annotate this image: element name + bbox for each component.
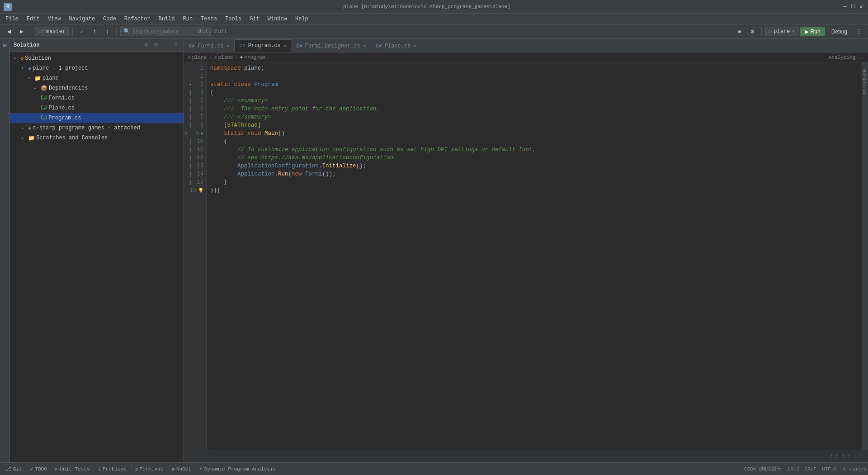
menu-help[interactable]: Help (292, 15, 312, 23)
tree-item-csharp-games[interactable]: ▸ ◈ c-sharp_programe_games · attached (10, 123, 184, 133)
debug-button[interactable]: Debug (827, 27, 852, 36)
problems-tool-item[interactable]: ⚠ Problems (94, 465, 130, 473)
bulb-icon[interactable]: 💡 (198, 188, 203, 193)
todo-tool-item[interactable]: ✓ TODO (27, 465, 51, 473)
toolbar-extra-btn[interactable]: ≡ (734, 26, 745, 37)
scratches-icon: 📁 (28, 135, 35, 142)
tree-item-programcs[interactable]: ▸ C# Program.cs (10, 113, 184, 123)
commit-button[interactable]: ✓ (76, 26, 87, 37)
forward-button[interactable]: ▶ (16, 26, 27, 37)
panel-gear-btn[interactable]: ≡ (172, 41, 180, 49)
tree-item-plane-folder[interactable]: ▾ 📁 plane (10, 73, 184, 83)
git-tool-item[interactable]: ⎇ Git (2, 465, 26, 473)
breadcrumb-plane1[interactable]: ◇ plane (188, 54, 207, 60)
line-num-12: 12 (194, 155, 203, 161)
breadcrumb-program-icon: ● (240, 55, 243, 60)
panel-collapse-btn[interactable]: ─ (162, 41, 170, 49)
close-tab-planecs[interactable]: ✕ (413, 43, 416, 49)
close-tab-programcs[interactable]: ✕ (283, 43, 287, 49)
expand-icon-plane: ▾ (21, 66, 27, 71)
toolbar: ◀ ▶ ⎇ master ✓ ↑ ↓ 🔍 Shift+Shift ≡ ⚙ ▷ p… (0, 24, 868, 39)
no-expand-plane: ▸ (34, 105, 39, 111)
breadcrumb-plane1-icon: ◇ (188, 54, 191, 60)
menu-file[interactable]: File (2, 15, 22, 23)
pull-button[interactable]: ↓ (102, 26, 113, 37)
close-tab-designer[interactable]: ✕ (363, 43, 366, 49)
tree-item-scratches[interactable]: ▸ 📁 Scratches and Consoles (10, 133, 184, 143)
panel-settings-btn[interactable]: ⚙ (142, 41, 150, 49)
menu-view[interactable]: View (44, 15, 65, 23)
fold-icon-3: ▾ (188, 82, 193, 87)
line-ending[interactable]: CRLF (805, 466, 816, 472)
line-num-row-1: 1 (184, 64, 206, 72)
minimize-button[interactable]: ─ (842, 4, 848, 10)
toolbar-settings-btn[interactable]: ⚙ (747, 26, 758, 37)
line-num-4: 4 (194, 90, 203, 96)
line-num-row-15: │ 15 (184, 178, 206, 186)
structure-label[interactable]: Structure (862, 66, 868, 98)
line-num-7: 7 (194, 114, 203, 120)
app-icon: R (4, 3, 12, 11)
no-expand: ▸ (34, 95, 39, 101)
run-button[interactable]: ▶ Run (800, 27, 825, 36)
menu-refactor[interactable]: Refactor (121, 15, 154, 23)
planecs-label: Plane.cs (48, 105, 75, 111)
breadcrumb-plane2[interactable]: ◇ plane (214, 54, 233, 60)
cursor-pos[interactable]: 16:2 (787, 466, 799, 472)
breadcrumb-program[interactable]: ● Program (240, 55, 265, 60)
dynamic-analysis-icon: ⚡ (199, 466, 203, 472)
tree-item-dependencies[interactable]: ▸ 📦 Dependencies (10, 83, 184, 93)
vcs-selector[interactable]: ⎇ master (35, 27, 69, 36)
search-everywhere-box[interactable]: 🔍 Shift+Shift (120, 27, 211, 36)
fold-icon-9: ▾ (184, 131, 188, 136)
terminal-tool-item[interactable]: ⊞ Terminal (131, 465, 167, 473)
menu-build[interactable]: Build (155, 15, 178, 23)
menu-navigate[interactable]: Navigate (65, 15, 99, 23)
side-solution-btn[interactable]: ⊞ (0, 41, 9, 50)
code-line-14: Application.Run(new Form1()); (210, 170, 858, 178)
problems-icon: ⚠ (98, 466, 101, 472)
dynamic-analysis-tool-item[interactable]: ⚡ Dynamic Program Analysis (196, 465, 279, 473)
unit-tests-tool-item[interactable]: ▷ Unit Tests (52, 465, 94, 473)
tree-item-form1cs[interactable]: ▸ C# Form1.cs (10, 93, 184, 103)
expand-icon-games: ▸ (21, 125, 27, 131)
code-line-6: /// The main entry point for the applica… (210, 105, 858, 113)
line-num-row-16: 16 💡 (184, 186, 206, 195)
tab-planecs[interactable]: C# Plane.cs ✕ (371, 39, 421, 52)
separator-4 (761, 27, 762, 36)
run-config-selector[interactable]: ▷ plane ▾ (765, 27, 798, 36)
tree-item-plane-project[interactable]: ▾ ◈ plane - 1 project (10, 63, 184, 73)
expand-icon-deps: ▸ (34, 86, 39, 91)
search-everywhere-input[interactable] (132, 28, 195, 35)
close-tab-form1cs[interactable]: ✕ (226, 43, 230, 49)
menu-run[interactable]: Run (179, 15, 196, 23)
menu-code[interactable]: Code (99, 15, 120, 23)
menu-tools[interactable]: Tools (222, 15, 245, 23)
nuget-tool-item[interactable]: ◈ NuGet (168, 465, 195, 473)
tree-item-solution[interactable]: ▾ ⊙ Solution (10, 53, 184, 63)
unit-tests-icon: ▷ (55, 466, 58, 472)
run-config-label: plane (774, 28, 790, 35)
code-line-11: // To customize application configuratio… (210, 146, 858, 154)
breadcrumb-bar: ◇ plane › ◇ plane › ● Program Analyzing.… (184, 52, 868, 62)
tab-form1cs[interactable]: C# Form1.cs ✕ (184, 39, 234, 52)
line-num-row-14: │ 14 (184, 170, 206, 178)
run-gutter-icon[interactable]: ▶ (201, 131, 203, 136)
close-button[interactable]: ✕ (858, 4, 864, 10)
menu-window[interactable]: Window (264, 15, 291, 23)
code-content[interactable]: namespace plane; static class Program { … (207, 62, 862, 450)
tab-form1designercs[interactable]: C# Form1.Designer.cs ✕ (291, 39, 371, 52)
more-actions-btn[interactable]: ⋮ (854, 26, 864, 37)
back-button[interactable]: ◀ (4, 26, 14, 37)
tree-item-planecs[interactable]: ▸ C# Plane.cs (10, 103, 184, 113)
menu-git[interactable]: Git (246, 15, 263, 23)
panel-layout-btn[interactable]: ⊞ (152, 41, 160, 49)
push-button[interactable]: ↑ (89, 26, 100, 37)
tab-programcs[interactable]: C# Program.cs ✕ (234, 39, 291, 52)
menu-tests[interactable]: Tests (197, 15, 221, 23)
indent[interactable]: 4 spaces (842, 466, 866, 472)
window-title: plane [D:\Study\GitCode\C#\c-sharp_progr… (343, 4, 510, 10)
encoding[interactable]: UTF-8 (822, 466, 837, 472)
menu-edit[interactable]: Edit (23, 15, 43, 23)
maximize-button[interactable]: □ (850, 4, 856, 10)
